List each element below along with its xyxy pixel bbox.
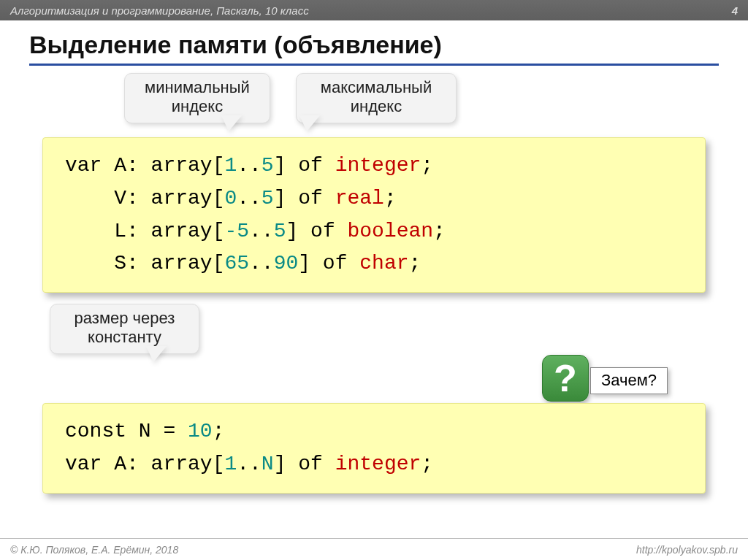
slide-header: Алгоритмизация и программирование, Паска… (0, 0, 748, 20)
code-number: 5 (262, 154, 274, 177)
callout-tail-icon (221, 115, 242, 131)
code-text: L: array[ (65, 220, 224, 242)
callout-tail-icon (146, 346, 167, 362)
code-type: integer (335, 453, 421, 475)
code-block-declarations: var A: array[1..5] of integer; V: array[… (42, 137, 706, 293)
code-text: var A: array[ (65, 453, 224, 475)
code-text: ] of (298, 252, 359, 275)
code-identifier: N (262, 453, 274, 475)
callout-text: размер через (75, 309, 175, 327)
code-text: ; (421, 154, 433, 177)
code-number: 65 (224, 252, 249, 275)
code-number: -5 (224, 220, 249, 242)
code-number: 5 (274, 220, 286, 242)
callout-max-index: максимальный индекс (296, 73, 457, 123)
question-mark-glyph: ? (554, 356, 577, 400)
slide-content: минимальный индекс максимальный индекс v… (0, 73, 748, 548)
code-text: ; (433, 220, 446, 242)
callout-tail-icon (299, 115, 320, 131)
question-label: Зачем? (590, 367, 668, 394)
code-text: ; (409, 252, 421, 275)
code-number: 0 (224, 187, 237, 210)
page-title: Выделение памяти (объявление) (29, 31, 719, 66)
callout-size-const: размер через константу (50, 304, 199, 354)
page-number: 4 (732, 4, 738, 17)
code-type: char (359, 252, 408, 275)
code-text: = (151, 420, 188, 442)
slide-footer: © К.Ю. Поляков, Е.А. Ерёмин, 2018 http:/… (0, 538, 748, 560)
code-block-const: const N = 10; var A: array[1..N] of inte… (42, 403, 706, 494)
code-text: ; (384, 187, 397, 210)
code-number: 10 (188, 420, 213, 442)
code-text: const N (65, 420, 151, 442)
callout-text: максимальный (321, 78, 432, 96)
callout-text: константу (88, 328, 161, 346)
code-number: 5 (262, 187, 274, 210)
code-text: ; (421, 453, 433, 475)
code-number: 1 (224, 453, 237, 475)
breadcrumb: Алгоритмизация и программирование, Паска… (10, 4, 309, 17)
code-text: .. (237, 453, 262, 475)
code-text: ; (213, 420, 225, 442)
code-text: S: array[ (65, 252, 224, 275)
callout-text: минимальный (145, 78, 250, 96)
code-text: var A: array[ (65, 154, 224, 177)
callout-min-index: минимальный индекс (124, 73, 270, 123)
code-number: 90 (274, 252, 299, 275)
slide: Алгоритмизация и программирование, Паска… (0, 0, 748, 560)
code-text: ] of (274, 453, 335, 475)
code-text: .. (237, 154, 262, 177)
code-text: .. (237, 187, 262, 210)
code-text: .. (249, 220, 274, 242)
code-text: ] of (274, 187, 335, 210)
question-mark-icon: ? (542, 355, 589, 402)
code-type: integer (335, 154, 421, 177)
footer-url: http://kpolyakov.spb.ru (636, 544, 738, 556)
callout-text: индекс (172, 97, 223, 115)
code-text: ] of (274, 154, 335, 177)
code-text: ] of (286, 220, 347, 242)
code-type: boolean (347, 220, 433, 242)
code-text: .. (249, 252, 274, 275)
copyright: © К.Ю. Поляков, Е.А. Ерёмин, 2018 (10, 544, 178, 556)
code-type: real (335, 187, 384, 210)
code-text: V: array[ (65, 187, 224, 210)
code-number: 1 (224, 154, 237, 177)
callout-text: индекс (351, 97, 402, 115)
